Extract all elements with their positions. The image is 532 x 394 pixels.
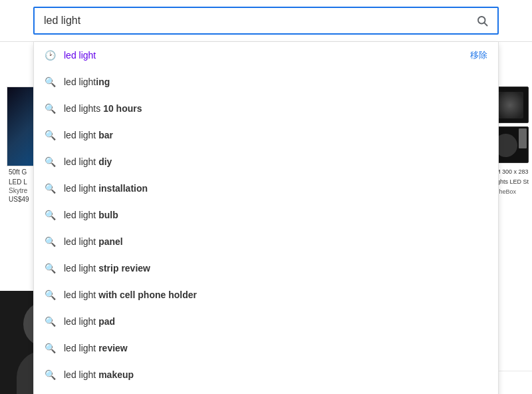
dropdown-item-1[interactable]: 🔍 led lights 10 hours [34,95,498,122]
dropdown-item-6[interactable]: 🔍 led light panel [34,228,498,255]
dropdown-item-2[interactable]: 🔍 led light bar [34,122,498,148]
search-suggest-icon-9: 🔍 [45,316,56,327]
dropdown-item-left-first: 🕑 led light [45,50,96,61]
dropdown-item-text-3: led light diy [64,156,112,167]
dropdown-item-text-0: led lighting [64,77,110,87]
dropdown-item-5[interactable]: 🔍 led light bulb [34,202,498,228]
dropdown-item-left-6: 🔍 led light panel [45,236,123,247]
dropdown-item-11[interactable]: 🔍 led light makeup [34,361,498,388]
dropdown-item-text-8: led light with cell phone holder [64,290,197,300]
search-suggest-icon-4: 🔍 [45,183,56,194]
dropdown-item-left-9: 🔍 led light pad [45,316,115,327]
dropdown-item-text-11: led light makeup [64,369,134,380]
search-suggest-icon-0: 🔍 [45,77,56,87]
remove-button[interactable]: 移除 [470,49,487,61]
search-suggest-icon-5: 🔍 [45,210,56,220]
dropdown-item-8[interactable]: 🔍 led light with cell phone holder [34,282,498,308]
dropdown-item-left-2: 🔍 led light bar [45,130,113,140]
dropdown-item-left-7: 🔍 led light strip review [45,263,150,274]
dropdown-item-left-5: 🔍 led light bulb [45,210,118,220]
search-suggest-icon-3: 🔍 [45,156,56,167]
search-suggest-icon-11: 🔍 [45,369,56,380]
search-suggest-icon-6: 🔍 [45,236,56,247]
dropdown-item-history[interactable]: 🕑 led light 移除 [34,42,498,69]
dropdown-item-left-3: 🔍 led light diy [45,156,112,167]
search-bar-container [0,0,532,42]
dropdown-item-4[interactable]: 🔍 led light installation [34,175,498,202]
dropdown-item-text-2: led light bar [64,130,113,140]
search-button[interactable] [467,9,497,32]
dropdown-item-3[interactable]: 🔍 led light diy [34,148,498,175]
dropdown-item-12[interactable]: 🔍 led light therapy mask [34,388,498,394]
dropdown-item-10[interactable]: 🔍 led light review [34,335,498,361]
dropdown-item-left-0: 🔍 led lighting [45,77,110,87]
dropdown-item-0[interactable]: 🔍 led lighting [34,69,498,95]
search-suggest-icon-7: 🔍 [45,263,56,274]
dropdown-item-left-10: 🔍 led light review [45,343,128,353]
history-icon: 🕑 [45,50,56,61]
dropdown-item-text-6: led light panel [64,236,123,247]
dropdown-item-text-10: led light review [64,343,128,353]
search-icon [476,15,488,27]
dropdown-first-text: led light [64,50,96,61]
dropdown-item-text-7: led light strip review [64,263,150,274]
dropdown-item-text-4: led light installation [64,183,148,194]
search-suggest-icon-8: 🔍 [45,290,56,300]
dropdown-item-7[interactable]: 🔍 led light strip review [34,255,498,282]
dropdown-item-left-11: 🔍 led light makeup [45,369,134,380]
dropdown-item-left-4: 🔍 led light installation [45,183,148,194]
search-suggest-icon-1: 🔍 [45,103,56,114]
dropdown-item-text-1: led lights 10 hours [64,103,142,114]
search-suggest-icon-10: 🔍 [45,343,56,353]
search-dropdown: 🕑 led light 移除 🔍 led lighting 🔍 led ligh… [33,42,499,394]
search-suggest-icon-2: 🔍 [45,130,56,140]
dropdown-item-text-9: led light pad [64,316,115,327]
svg-line-1 [484,23,487,25]
dropdown-item-9[interactable]: 🔍 led light pad [34,308,498,335]
search-input-wrapper [33,7,499,35]
dropdown-item-left-1: 🔍 led lights 10 hours [45,103,142,114]
dropdown-item-text-5: led light bulb [64,210,118,220]
dropdown-item-left-8: 🔍 led light with cell phone holder [45,290,197,300]
search-overlay: 🕑 led light 移除 🔍 led lighting 🔍 led ligh… [0,0,532,394]
search-input[interactable] [35,8,467,33]
